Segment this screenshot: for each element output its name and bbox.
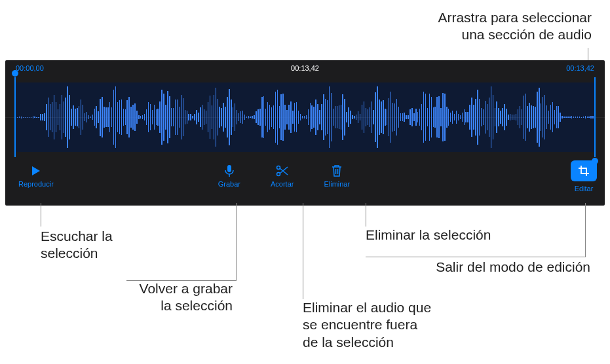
- mic-icon: [224, 164, 235, 177]
- callout-trim: Eliminar el audio que se encuentre fuera…: [303, 299, 431, 351]
- callout-listen: Escuchar la selección: [41, 228, 113, 263]
- callout-line: [236, 203, 237, 280]
- trash-icon: [331, 164, 343, 177]
- time-start-label: 00:00,00: [16, 64, 44, 72]
- edit-button[interactable]: Editar: [571, 160, 597, 192]
- waveform: [14, 77, 596, 157]
- selection-handle-left[interactable]: [14, 77, 16, 157]
- scissors-icon: [276, 164, 289, 177]
- selection-handle-right[interactable]: [594, 77, 596, 157]
- crop-icon: [571, 160, 597, 181]
- callout-line: [366, 257, 586, 257]
- trim-label: Acortar: [271, 180, 294, 188]
- callout-rerecord: Volver a grabar la selección: [13, 280, 233, 315]
- svg-rect-0: [227, 165, 231, 172]
- delete-label: Eliminar: [324, 180, 350, 188]
- callout-delete: Eliminar la selección: [366, 227, 491, 244]
- time-current-label: 00:13,42: [291, 64, 319, 72]
- delete-button[interactable]: Eliminar: [318, 158, 355, 194]
- time-end-label: 00:13,42: [566, 64, 594, 72]
- callout-line: [585, 203, 586, 257]
- play-icon: [30, 164, 42, 177]
- trim-button[interactable]: Acortar: [265, 158, 299, 194]
- callout-drag-select: Arrastra para seleccionar una sección de…: [438, 9, 592, 44]
- play-label: Reproducir: [18, 180, 54, 188]
- waveform-area[interactable]: [5, 77, 605, 157]
- callout-line: [41, 203, 41, 227]
- edit-label: Editar: [575, 185, 594, 192]
- callout-exit-edit: Salir del modo de edición: [366, 259, 590, 276]
- callout-line: [303, 203, 303, 299]
- svg-line-5: [280, 167, 288, 173]
- record-button[interactable]: Grabar: [213, 158, 246, 194]
- time-bar: 00:00,00 00:13,42 00:13,42: [5, 64, 605, 76]
- editor-toolbar: Reproducir Grabar: [5, 157, 605, 198]
- callout-line: [366, 203, 366, 227]
- play-button[interactable]: Reproducir: [13, 158, 59, 194]
- audio-editor-panel: 00:00,00 00:13,42 00:13,42 Reproducir: [5, 60, 605, 206]
- svg-line-4: [280, 168, 288, 175]
- record-label: Grabar: [218, 180, 240, 188]
